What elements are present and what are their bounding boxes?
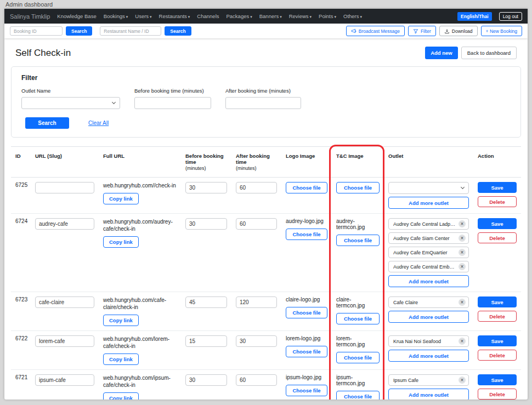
nav-item-restaurants[interactable]: Restaurants▾ [159, 13, 190, 19]
nav-item-knowledge-base[interactable]: Knowledge Base [57, 13, 96, 19]
before-input[interactable] [185, 296, 227, 308]
add-more-outlet-button[interactable]: Add more outlet [388, 389, 469, 400]
nav-item-users[interactable]: Users▾ [135, 13, 151, 19]
remove-outlet-icon[interactable]: × [459, 220, 466, 227]
delete-button[interactable]: Delete [478, 311, 517, 322]
copy-link-button[interactable]: Copy link [103, 353, 139, 365]
delete-button[interactable]: Delete [478, 196, 517, 207]
caret-down-icon: ▾ [126, 15, 128, 19]
tc-cell: Choose file [332, 178, 384, 214]
logo-choose-file-button[interactable]: Choose file [286, 346, 327, 357]
restaurant-search-input[interactable] [100, 26, 161, 36]
outlet-chip-label: Audrey Cafe Central Embassy [393, 264, 456, 270]
full-url-cell: web.hungryhub.com/lorem-cafe/check-in Co… [99, 331, 181, 370]
logo-choose-file-button[interactable]: Choose file [286, 385, 327, 396]
remove-outlet-icon[interactable]: × [459, 377, 466, 384]
before-input[interactable] [185, 218, 227, 230]
clear-all-link[interactable]: Clear All [88, 120, 109, 126]
save-button[interactable]: Save [478, 182, 517, 193]
action-cell: Save Delete [473, 292, 521, 331]
outlet-name-select[interactable] [21, 97, 120, 109]
remove-outlet-icon[interactable]: × [459, 338, 466, 345]
table-row: 6725 web.hungryhub.com//check-in Copy li… [11, 178, 521, 214]
tc-choose-file-button[interactable]: Choose file [336, 182, 380, 193]
slug-input[interactable] [35, 296, 94, 308]
save-button[interactable]: Save [478, 296, 517, 307]
filter-search-button[interactable]: Search [25, 117, 69, 129]
tc-choose-file-button[interactable]: Choose file [336, 391, 380, 400]
save-button[interactable]: Save [478, 218, 517, 229]
save-button[interactable]: Save [478, 374, 517, 385]
add-more-outlet-button[interactable]: Add more outlet [388, 197, 469, 209]
after-input[interactable] [236, 182, 277, 193]
add-more-outlet-button[interactable]: Add more outlet [388, 275, 469, 287]
add-more-outlet-button[interactable]: Add more outlet [388, 350, 469, 362]
slug-input[interactable] [35, 335, 94, 347]
download-button[interactable]: Download [439, 26, 478, 36]
after-input[interactable] [236, 218, 277, 230]
restaurant-search-button[interactable]: Search [165, 26, 191, 36]
outlet-chip: Audrey Cafe Central Ladprao× [388, 218, 469, 230]
remove-outlet-icon[interactable]: × [459, 249, 466, 256]
before-input[interactable] [185, 182, 227, 193]
logo-choose-file-button[interactable]: Choose file [286, 229, 327, 240]
remove-outlet-icon[interactable]: × [459, 235, 466, 242]
back-to-dashboard-button[interactable]: Back to dashboard [461, 47, 517, 59]
tc-choose-file-button[interactable]: Choose file [336, 352, 380, 363]
remove-outlet-icon[interactable]: × [459, 263, 466, 270]
delete-button[interactable]: Delete [478, 350, 517, 361]
logout-button[interactable]: Log out [499, 12, 522, 21]
after-input[interactable] [236, 296, 277, 308]
copy-link-button[interactable]: Copy link [103, 315, 139, 326]
outlet-chip-label: Krua Nai Noi Seafood [393, 339, 441, 344]
broadcast-message-button[interactable]: Broadcast Message [346, 26, 405, 36]
after-booking-label: After booking time (minutes) [225, 88, 301, 94]
add-more-outlet-button[interactable]: Add more outlet [388, 311, 469, 323]
tc-cell: lorem-termcon.jpg Choose file [332, 331, 384, 370]
add-new-button[interactable]: Add new [425, 47, 458, 59]
before-cell [181, 178, 231, 214]
brand[interactable]: Salinya Timklip [10, 13, 50, 20]
row-id: 6724 [15, 218, 27, 224]
before-input[interactable] [185, 374, 227, 386]
tc-choose-file-button[interactable]: Choose file [336, 313, 380, 324]
tc-cell: audrey-termcon.jpg Choose file [332, 214, 384, 292]
outlet-select-input[interactable] [388, 182, 469, 194]
outlet-chip: Audrey Cafe Central Embassy× [388, 261, 469, 272]
outlet-chip-label: Audrey Cafe Siam Center [393, 236, 450, 241]
nav-item-channels[interactable]: Channels [197, 13, 219, 19]
slug-input[interactable] [35, 182, 94, 193]
copy-link-button[interactable]: Copy link [103, 236, 139, 248]
remove-outlet-icon[interactable]: × [459, 299, 466, 306]
after-input[interactable] [236, 335, 277, 347]
outlet-chip: Audrey Cafe EmQuartier× [388, 247, 469, 258]
language-toggle-button[interactable]: English/Thai [457, 12, 492, 21]
delete-button[interactable]: Delete [478, 389, 517, 400]
new-booking-button[interactable]: + New Booking [481, 26, 522, 36]
after-input[interactable] [236, 374, 277, 386]
nav-item-banners[interactable]: Banners▾ [259, 13, 282, 19]
copy-link-button[interactable]: Copy link [103, 392, 139, 400]
save-button[interactable]: Save [478, 335, 517, 346]
booking-search-button[interactable]: Search [66, 26, 92, 36]
caret-down-icon: ▾ [188, 15, 190, 19]
after-booking-input[interactable] [225, 97, 301, 109]
outlet-cell: Cafe Claire×Add more outlet [384, 292, 473, 331]
copy-link-button[interactable]: Copy link [103, 193, 139, 204]
slug-input[interactable] [35, 374, 94, 386]
nav-item-reviews[interactable]: Reviews▾ [289, 13, 312, 19]
app-window: Salinya Timklip Knowledge BaseBookings▾U… [4, 9, 528, 400]
before-booking-input[interactable] [134, 97, 211, 109]
nav-item-others[interactable]: Others▾ [343, 13, 362, 19]
slug-input[interactable] [35, 218, 94, 230]
filter-button[interactable]: Filter [408, 26, 436, 36]
booking-id-input[interactable] [10, 26, 63, 36]
logo-choose-file-button[interactable]: Choose file [286, 307, 327, 318]
delete-button[interactable]: Delete [478, 232, 517, 243]
logo-choose-file-button[interactable]: Choose file [286, 182, 327, 193]
tc-choose-file-button[interactable]: Choose file [336, 235, 380, 246]
nav-item-packages[interactable]: Packages▾ [227, 13, 252, 19]
nav-item-points[interactable]: Points▾ [319, 13, 336, 19]
before-input[interactable] [185, 335, 227, 347]
nav-item-bookings[interactable]: Bookings▾ [104, 13, 128, 19]
